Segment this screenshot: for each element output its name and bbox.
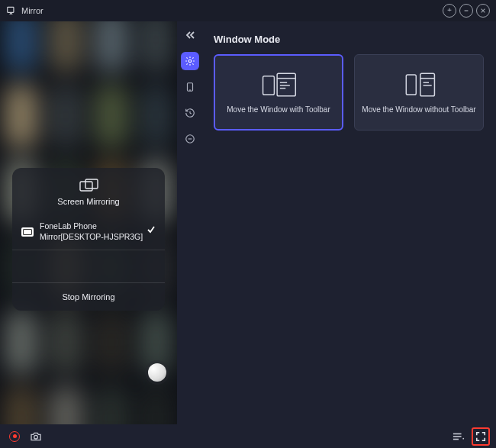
screen-mirroring-popup: Screen Mirroring FoneLab Phone Mirror[DE… [12,168,165,311]
bottom-bar [0,424,496,448]
queue-button[interactable] [450,428,467,445]
screenshot-button[interactable] [27,428,44,445]
app-title: Mirror [21,6,43,15]
collapse-button[interactable] [181,29,199,41]
device-tab[interactable] [181,78,199,96]
device-name-line1: FoneLab Phone [40,221,147,232]
assistive-touch-icon[interactable] [148,363,166,382]
svg-point-19 [34,435,38,439]
settings-content: Window Mode [203,21,496,424]
card-label: Move the Window with Toolbar [227,105,330,114]
svg-rect-9 [277,73,295,96]
without-toolbar-icon [399,71,439,98]
fullscreen-button[interactable] [472,427,490,446]
device-name-line2: Mirror[DESKTOP-HJSPR3G] [40,232,147,243]
stop-mirroring-button[interactable]: Stop Mirroring [12,282,165,311]
svg-rect-0 [8,7,14,12]
help-tab[interactable] [181,130,199,148]
mirroring-device-row[interactable]: FoneLab Phone Mirror[DESKTOP-HJSPR3G] [12,214,165,250]
title-bar: Mirror [0,0,496,21]
device-preview: Screen Mirroring FoneLab Phone Mirror[DE… [0,21,177,424]
right-panel: Window Mode [177,21,496,424]
device-label: FoneLab Phone Mirror[DESKTOP-HJSPR3G] [40,221,147,242]
svg-rect-15 [420,73,435,96]
main-area: Screen Mirroring FoneLab Phone Mirror[DE… [0,21,496,424]
mirroring-icon [79,179,98,192]
mirroring-title: Screen Mirroring [12,197,165,206]
window-mode-cards: Move the Window with Toolbar [214,54,485,131]
app-window: Mirror [0,0,496,448]
history-tab[interactable] [181,104,199,122]
with-toolbar-icon [259,71,298,98]
settings-tab[interactable] [181,52,199,70]
svg-rect-14 [406,75,416,95]
mirroring-header: Screen Mirroring [12,168,165,214]
svg-point-23 [462,437,464,439]
minimize-button[interactable] [459,4,473,18]
pin-button[interactable] [443,4,456,18]
app-logo-icon [6,5,17,16]
svg-rect-8 [263,76,275,94]
close-button[interactable] [476,4,490,18]
empty-device-slot [12,250,165,282]
section-title: Window Mode [214,34,485,45]
card-label: Move the Window without Toolbar [362,105,475,114]
device-icon [21,227,34,237]
card-without-toolbar[interactable]: Move the Window without Toolbar [354,54,484,131]
checkmark-icon [147,225,156,238]
svg-rect-1 [80,182,92,191]
record-button[interactable] [6,428,23,445]
side-rail [177,21,203,424]
card-with-toolbar[interactable]: Move the Window with Toolbar [214,54,343,131]
svg-point-3 [188,60,192,63]
svg-rect-2 [85,179,98,189]
